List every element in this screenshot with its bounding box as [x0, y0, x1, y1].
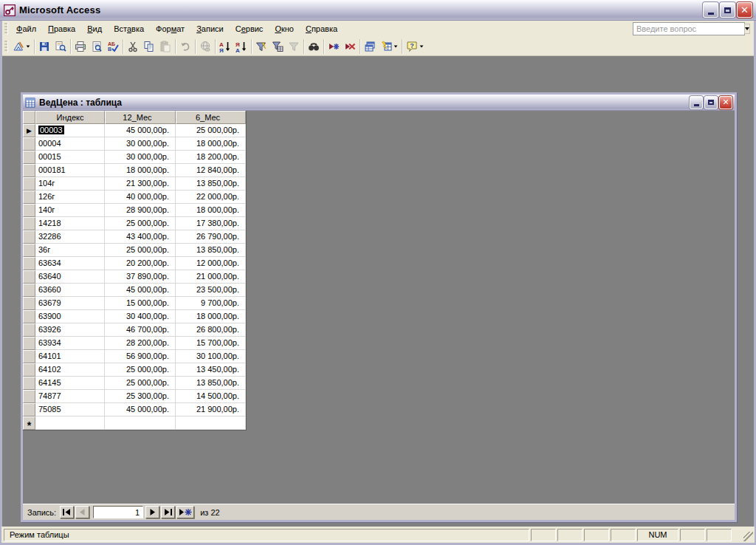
close-button[interactable]: ✕ — [737, 2, 752, 18]
undo-button[interactable] — [177, 38, 193, 55]
table-row[interactable]: 00018118 000,00р.12 840,00р. — [23, 164, 246, 177]
cell[interactable]: 63660 — [35, 284, 105, 297]
resize-grip[interactable] — [743, 532, 753, 541]
cell[interactable]: 12 840,00р. — [176, 164, 246, 177]
print-button[interactable] — [72, 38, 89, 55]
record-number-input[interactable] — [93, 506, 143, 518]
table-row[interactable]: 6392646 700,00р.26 800,00р. — [23, 323, 246, 337]
new-record-indicator[interactable]: * — [23, 417, 35, 430]
filter-by-selection-button[interactable] — [253, 38, 269, 55]
cell[interactable]: 25 000,00р. — [105, 217, 176, 230]
table-row[interactable]: 1421825 000,00р.17 380,00р. — [23, 217, 246, 230]
table-row[interactable]: 6414525 000,00р.13 850,00р. — [23, 377, 246, 390]
menu-grip[interactable] — [4, 23, 8, 35]
copy-button[interactable] — [141, 38, 157, 55]
spelling-button[interactable]: АБ В — [105, 38, 121, 55]
cell[interactable]: 64102 — [35, 363, 105, 377]
menu-формат[interactable]: Формат — [150, 22, 190, 35]
cell[interactable]: 18 000,00р. — [176, 204, 246, 217]
document-title-bar[interactable]: ВедЦена : таблица ✕ — [23, 95, 735, 111]
row-selector[interactable] — [23, 363, 35, 377]
cell[interactable]: 000181 — [35, 164, 105, 177]
toolbar-grip[interactable] — [4, 41, 8, 52]
cell[interactable]: 15 700,00р. — [176, 337, 246, 350]
cell[interactable]: 23 500,00р. — [176, 284, 246, 297]
new-record-nav-button[interactable] — [176, 506, 194, 518]
table-row[interactable]: 104г21 300,00р.13 850,00р. — [23, 177, 246, 191]
apply-filter-button[interactable] — [286, 38, 302, 55]
cell[interactable]: 12 000,00р. — [176, 257, 246, 270]
cell[interactable]: 30 100,00р. — [176, 350, 246, 363]
row-selector[interactable] — [23, 177, 35, 191]
help-button[interactable]: ? — [404, 38, 426, 55]
cell[interactable]: 36г — [35, 244, 105, 257]
menu-вид[interactable]: Вид — [81, 22, 108, 35]
cell[interactable]: 74877 — [35, 390, 105, 403]
current-row-indicator[interactable]: ▶ — [23, 124, 35, 137]
minimize-button[interactable] — [703, 2, 718, 18]
cell[interactable]: 56 900,00р. — [105, 350, 176, 363]
table-row[interactable]: ▶0000345 000,00р.25 000,00р. — [23, 124, 246, 137]
table-row[interactable]: 6366045 000,00р.23 500,00р. — [23, 284, 246, 297]
cell[interactable]: 45 000,00р. — [105, 403, 176, 417]
row-selector[interactable] — [23, 350, 35, 363]
cell[interactable]: 26 800,00р. — [176, 323, 246, 337]
previous-record-button[interactable] — [75, 506, 89, 518]
cut-button[interactable] — [125, 38, 141, 55]
empty-cell[interactable] — [176, 417, 246, 430]
table-row[interactable]: 7487725 300,00р.14 500,00р. — [23, 390, 246, 403]
row-selector[interactable] — [23, 377, 35, 390]
table-row[interactable]: 3228643 400,00р.26 790,00р. — [23, 230, 246, 244]
find-button[interactable] — [306, 38, 322, 55]
view-button[interactable] — [10, 38, 32, 55]
menu-справка[interactable]: Справка — [300, 22, 343, 35]
table-row[interactable]: 6393428 200,00р.15 700,00р. — [23, 337, 246, 350]
cell[interactable]: 13 450,00р. — [176, 363, 246, 377]
cell[interactable]: 21 000,00р. — [176, 270, 246, 284]
menu-файл[interactable]: Файл — [10, 22, 42, 35]
cell[interactable]: 13 850,00р. — [176, 177, 246, 191]
empty-cell[interactable] — [105, 417, 176, 430]
table-row[interactable]: 6410156 900,00р.30 100,00р. — [23, 350, 246, 363]
cell[interactable]: 63934 — [35, 337, 105, 350]
filter-by-form-button[interactable] — [269, 38, 286, 55]
new-record-button[interactable] — [326, 38, 342, 55]
cell[interactable]: 63640 — [35, 270, 105, 284]
new-object-dropdown-icon[interactable] — [394, 45, 398, 47]
cell[interactable]: 21 300,00р. — [105, 177, 176, 191]
row-selector[interactable] — [23, 297, 35, 310]
row-selector[interactable] — [23, 191, 35, 204]
new-record-row[interactable]: * — [23, 417, 246, 430]
ask-question-combo[interactable] — [633, 22, 745, 35]
database-window-button[interactable] — [362, 38, 378, 55]
cell[interactable]: 15 000,00р. — [105, 297, 176, 310]
table-row[interactable]: 6410225 000,00р.13 450,00р. — [23, 363, 246, 377]
cell[interactable]: 17 380,00р. — [176, 217, 246, 230]
cell[interactable]: 45 000,00р. — [105, 124, 176, 137]
row-selector[interactable] — [23, 323, 35, 337]
cell[interactable]: 40 000,00р. — [105, 191, 176, 204]
maximize-button[interactable] — [720, 2, 735, 18]
last-record-button[interactable] — [161, 506, 175, 518]
cell[interactable]: 64101 — [35, 350, 105, 363]
cell[interactable]: 28 200,00р. — [105, 337, 176, 350]
cell[interactable]: 25 300,00р. — [105, 390, 176, 403]
menu-окно[interactable]: Окно — [269, 22, 300, 35]
datasheet-corner-cell[interactable] — [23, 111, 35, 124]
cell[interactable]: 43 400,00р. — [105, 230, 176, 244]
column-header-6_Мес[interactable]: 6_Мес — [176, 111, 246, 124]
cell[interactable]: 63926 — [35, 323, 105, 337]
cell[interactable]: 00015 — [35, 151, 105, 164]
next-record-button[interactable] — [145, 506, 159, 518]
cell[interactable]: 18 000,00р. — [176, 137, 246, 151]
row-selector[interactable] — [23, 244, 35, 257]
table-row[interactable]: 140г28 900,00р.18 000,00р. — [23, 204, 246, 217]
cell[interactable]: 26 790,00р. — [176, 230, 246, 244]
cell[interactable]: 13 850,00р. — [176, 244, 246, 257]
save-button[interactable] — [36, 38, 52, 55]
row-selector[interactable] — [23, 337, 35, 350]
row-selector[interactable] — [23, 270, 35, 284]
cell[interactable]: 22 000,00р. — [176, 191, 246, 204]
row-selector[interactable] — [23, 151, 35, 164]
row-selector[interactable] — [23, 390, 35, 403]
